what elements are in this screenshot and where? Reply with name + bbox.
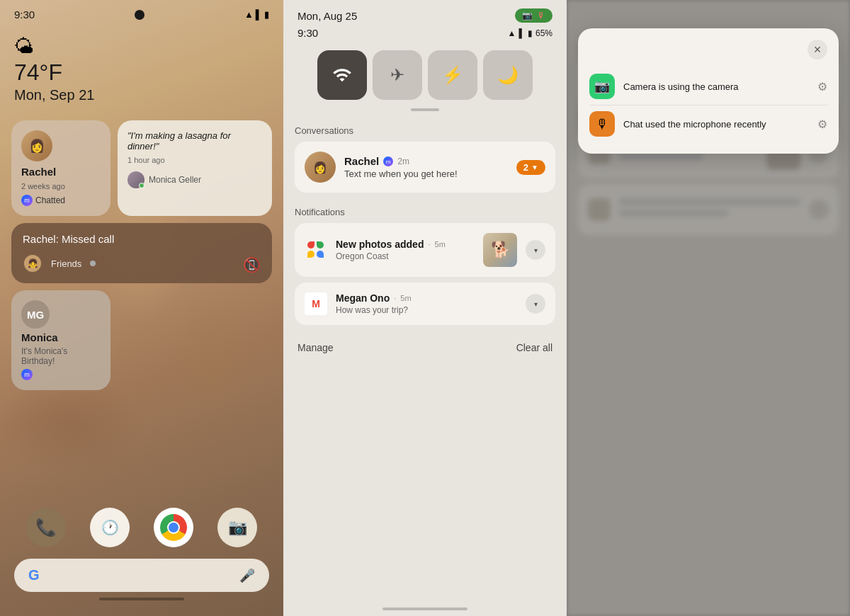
notif-battery-icon: ▮ — [528, 28, 533, 38]
phone-dock-icon[interactable]: 📞 — [26, 508, 66, 547]
missed-call-phone-icon: 📵 — [243, 256, 261, 273]
notif-spacer — [283, 362, 567, 608]
camera-permission-item: 📷 Camera is using the camera ⚙ — [589, 68, 827, 105]
mic-permission-item: 🎙 Chat used the microphone recently ⚙ — [589, 105, 827, 142]
conversations-section: Conversations 👩 Rachel m 2m Text me when… — [283, 120, 567, 201]
camera-perm-emoji: 📷 — [594, 79, 610, 94]
notif-bottom-indicator — [382, 608, 468, 610]
quote-sender: Monica Geller — [128, 171, 262, 188]
rachel-avatar-photo: 👩 — [21, 130, 52, 161]
dock-icons: 📞 🕐 📷 — [14, 508, 269, 547]
photos-petal-yellow — [307, 251, 314, 258]
gmail-notification-card[interactable]: M Megan Ono · 5m How was your trip? ▾ — [295, 283, 555, 325]
rachel-conv-header: Rachel m 2m — [344, 155, 508, 167]
camera-perm-settings-icon[interactable]: ⚙ — [817, 80, 827, 93]
clock-dock-icon[interactable]: 🕐 — [90, 508, 130, 547]
monica-quote-widget[interactable]: "I'm making a lasagna for dinner!" 1 hou… — [118, 120, 272, 216]
connectivity-icons: ▲ ▌ ▮ — [244, 9, 269, 20]
perm-dialog-header: × — [589, 40, 827, 59]
mic-perm-emoji: 🎙 — [596, 117, 608, 132]
rachel-name: Rachel — [21, 166, 101, 178]
clear-all-button[interactable]: Clear all — [516, 342, 552, 353]
google-g-logo: G — [28, 567, 40, 583]
gmail-notif-time: 5m — [400, 294, 411, 302]
weather-widget: 🌤 74°F Mon, Sep 21 — [0, 23, 283, 106]
photos-notif-title: New photos added — [336, 239, 424, 250]
online-dot — [139, 183, 144, 188]
missed-call-widget[interactable]: Rachel: Missed call 👧 Friends 📵 — [11, 223, 272, 283]
battery-saver-icon: ⚡ — [442, 65, 463, 85]
notif-time: 9:30 — [298, 27, 318, 39]
home-time: 9:30 — [14, 8, 35, 21]
messenger-icon: m — [21, 195, 33, 206]
camera-icon: 📷 — [228, 518, 247, 537]
home-widgets: 👩 Rachel 2 weeks ago m Chatted "I'm maki… — [0, 106, 283, 496]
gmail-notif-header: Megan Ono · 5m — [336, 292, 517, 304]
rachel-conv-avatar: 👩 — [305, 152, 336, 183]
quote-sender-name: Monica Geller — [149, 175, 201, 185]
google-search-bar[interactable]: G 🎤 — [14, 559, 269, 592]
notifications-label: Notifications — [295, 207, 555, 217]
wifi-icon: ▲ — [244, 9, 254, 20]
photos-notif-body: Oregon Coast — [336, 251, 475, 261]
drag-handle — [411, 108, 439, 111]
notif-battery-pct: 65% — [536, 28, 552, 38]
home-status-icons — [135, 10, 144, 20]
photos-thumbnail — [483, 233, 517, 267]
conversations-label: Conversations — [295, 125, 555, 136]
permission-overlay-panel: × 📷 Camera is using the camera ⚙ 🎙 Chat … — [567, 0, 850, 616]
quick-tiles: ✈ ⚡ 🌙 — [283, 45, 567, 105]
home-dock: 📞 🕐 📷 G 🎤 — [0, 496, 283, 616]
photos-petal-blue — [317, 251, 324, 258]
battery-saver-tile[interactable]: ⚡ — [428, 50, 477, 100]
notif-wifi-icon: ▲ — [508, 28, 516, 38]
perm-close-button[interactable]: × — [808, 40, 827, 59]
notif-top-right: 📷 🎙 — [515, 8, 552, 23]
monica-initials: MG — [21, 300, 50, 329]
airplane-icon: ✈ — [390, 65, 404, 85]
notif-signal-icon: ▌ — [518, 28, 525, 38]
notification-actions: Manage Clear all — [283, 333, 567, 362]
rachel-message-count-badge[interactable]: 2 ▼ — [516, 160, 545, 175]
gmail-notif-message: How was your trip? — [336, 305, 517, 315]
camera-dock-icon[interactable]: 📷 — [217, 508, 257, 547]
search-mic-icon[interactable]: 🎤 — [239, 568, 255, 583]
rachel-meta: 2 weeks ago — [21, 182, 101, 190]
google-photos-icon — [305, 239, 327, 261]
monica-contact-widget[interactable]: MG Monica It's Monica's Birthday! m — [11, 290, 110, 390]
notifications-section: Notifications New photos added · 5m Oreg… — [283, 201, 567, 333]
camera-mic-pill[interactable]: 📷 🎙 — [515, 8, 552, 23]
clock-icon: 🕐 — [101, 519, 119, 536]
dark-mode-tile[interactable]: 🌙 — [483, 50, 533, 100]
widget-row-1: 👩 Rachel 2 weeks ago m Chatted "I'm maki… — [11, 120, 272, 216]
mic-perm-text: Chat used the microphone recently — [623, 119, 809, 130]
rachel-action: m Chatted — [21, 195, 101, 206]
home-screen: 9:30 ▲ ▌ ▮ 🌤 74°F Mon, Sep 21 👩 — [0, 0, 283, 616]
gmail-notif-content: Megan Ono · 5m How was your trip? — [336, 292, 517, 315]
photos-petal-green — [317, 241, 324, 249]
friend-avatar-1: 👧 — [23, 253, 42, 273]
airplane-tile[interactable]: ✈ — [373, 50, 422, 100]
notif-status-bar: Mon, Aug 25 📷 🎙 — [283, 0, 567, 25]
rachel-conversation-card[interactable]: 👩 Rachel m 2m Text me when you get here!… — [295, 142, 555, 193]
quote-text: "I'm making a lasagna for dinner!" — [128, 130, 262, 152]
monica-mini-avatar — [128, 171, 144, 188]
weather-icon: 🌤 — [14, 35, 269, 58]
gmail-expand-button[interactable]: ▾ — [526, 294, 545, 314]
wifi-tile[interactable] — [317, 50, 367, 100]
gmail-icon: M — [305, 292, 327, 315]
friends-widget: 👧 Friends — [23, 253, 96, 273]
manage-button[interactable]: Manage — [298, 342, 334, 353]
phone-icon: 📞 — [35, 518, 57, 537]
monica-messenger-action: m — [21, 369, 101, 380]
rachel-contact-widget[interactable]: 👩 Rachel 2 weeks ago m Chatted — [11, 120, 110, 216]
pill-camera-icon: 📷 — [522, 11, 533, 21]
photos-notif-time: · — [428, 240, 430, 249]
photos-notification-card[interactable]: New photos added · 5m Oregon Coast ▾ — [295, 223, 555, 277]
photos-expand-button[interactable]: ▾ — [526, 240, 545, 260]
chrome-dock-icon[interactable] — [154, 508, 193, 547]
photos-petal-red — [307, 241, 314, 249]
mic-perm-settings-icon[interactable]: ⚙ — [817, 118, 827, 131]
monica-messenger-icon: m — [21, 369, 33, 380]
photos-notif-content: New photos added · 5m Oregon Coast — [336, 239, 475, 261]
